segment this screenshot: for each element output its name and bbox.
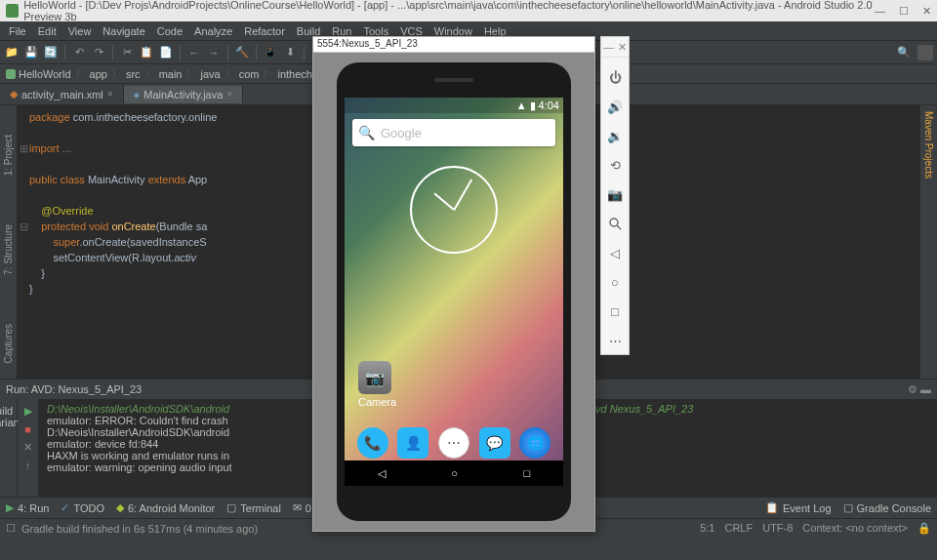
android-navbar: ◁ ○ □ [345,460,563,486]
search-icon: 🔍 [358,125,375,140]
run-toolbar: ▶ ■ ✕ ↑ [18,399,39,497]
bb-run[interactable]: ▶4: Run [6,501,49,514]
google-search-widget[interactable]: 🔍 Google [352,119,555,146]
phone-screen[interactable]: ▲ ▮ 4:04 🔍 Google 📷 Camera 📞 [345,98,563,486]
window-titlebar: HelloWorld - [D:\Dev Projs\AndroidProjec… [0,0,937,21]
google-logo: Google [381,126,422,140]
search-icon[interactable]: 🔍 [896,45,912,60]
clock-time: 4:04 [539,100,559,111]
close-panel-icon[interactable]: ✕ [23,441,32,454]
rerun-icon[interactable]: ▶ [24,405,32,418]
camera-icon[interactable]: 📷 [605,184,625,204]
analog-clock-widget[interactable] [410,166,498,254]
volume-up-icon[interactable]: 🔊 [605,97,625,116]
bb-gradle[interactable]: ▢Gradle Console [843,501,931,514]
redo-icon[interactable]: ↷ [91,45,106,60]
tab-close-icon[interactable]: × [107,89,113,100]
bb-terminal[interactable]: ▢Terminal [226,501,281,514]
bb-todo[interactable]: ✓TODO [61,501,104,514]
paste-icon[interactable]: 📄 [158,45,174,60]
tab-close-icon[interactable]: × [226,89,232,100]
menu-edit[interactable]: Edit [33,23,61,39]
emu-home-icon[interactable]: ○ [605,272,625,292]
browser-app-icon[interactable]: 🌐 [519,427,550,459]
svg-point-0 [610,219,618,226]
gear-icon[interactable]: ⚙ ▬ [908,383,931,396]
apps-drawer-icon[interactable]: ⋯ [438,427,469,459]
power-icon[interactable]: ⏻ [605,67,625,87]
up-icon[interactable]: ↑ [25,460,31,471]
menu-refactor[interactable]: Refactor [239,23,290,39]
save-icon[interactable]: 💾 [23,45,39,60]
emu-back-icon[interactable]: ◁ [605,243,625,262]
tool-project[interactable]: 1: Project [3,135,14,176]
sync-icon[interactable]: 🔄 [43,45,59,60]
tab-activity-main[interactable]: ◆activity_main.xml× [0,85,124,103]
messaging-app-icon[interactable]: 💬 [479,427,510,459]
recents-button[interactable]: □ [524,467,531,479]
tool-captures[interactable]: Captures [3,324,14,364]
bb-eventlog[interactable]: 📋Event Log [765,501,832,514]
svg-line-1 [617,225,621,229]
undo-icon[interactable]: ↶ [71,45,87,60]
emulator-toolbar: —✕ ⏻ 🔊 🔉 ⟲ 📷 ◁ ○ □ ⋯ [600,36,630,355]
left-tool-strip: 1: Project 7: Structure Captures [0,105,18,379]
emu-recents-icon[interactable]: □ [605,301,625,321]
android-statusbar: ▲ ▮ 4:04 [345,98,563,113]
dock: 📞 👤 ⋯ 💬 🌐 [345,427,563,459]
rotate-icon[interactable]: ⟲ [605,155,625,175]
left-tool-strip-2: Build Variants [0,399,18,497]
signal-icon: ▲ [516,100,527,111]
lock-icon: 🔒 [917,522,931,535]
open-icon[interactable]: 📁 [4,45,20,60]
minimize-icon[interactable]: — [875,5,885,18]
emulator-window[interactable]: 5554:Nexus_5_API_23 ▲ ▮ 4:04 🔍 Google [312,36,595,532]
bc-project: HelloWorld [6,68,71,80]
bb-android-monitor[interactable]: ◆6: Android Monitor [116,501,215,514]
app-logo-icon [6,4,19,18]
menu-navigate[interactable]: Navigate [98,23,149,39]
forward-icon[interactable]: → [206,45,222,60]
tool-structure[interactable]: 7: Structure [3,224,14,275]
make-icon[interactable]: 🔨 [234,45,250,60]
cut-icon[interactable]: ✂ [119,45,135,60]
menu-code[interactable]: Code [152,23,187,39]
right-tool-strip: Maven Projects [919,105,937,379]
avatar-icon[interactable] [917,45,933,60]
home-button[interactable]: ○ [451,467,458,479]
emu-close-icon[interactable]: ✕ [618,41,627,54]
close-icon[interactable]: ✕ [922,5,931,18]
avd-icon[interactable]: 📱 [263,45,278,60]
sdk-icon[interactable]: ⬇ [282,45,298,60]
phone-frame: ▲ ▮ 4:04 🔍 Google 📷 Camera 📞 [337,62,571,521]
battery-icon: ▮ [530,100,536,112]
camera-app-icon[interactable]: 📷 Camera [358,361,396,408]
bc-app: app [90,68,107,80]
emu-minimize-icon[interactable]: — [603,41,614,54]
copy-icon[interactable]: 📋 [139,45,154,60]
more-icon[interactable]: ⋯ [605,331,625,350]
tab-mainactivity[interactable]: ●MainActivity.java× [124,86,244,103]
menu-analyze[interactable]: Analyze [189,23,237,39]
back-button[interactable]: ◁ [378,467,386,480]
emulator-title: 5554:Nexus_5_API_23 [313,37,594,53]
stop-icon[interactable]: ■ [24,423,31,435]
back-icon[interactable]: ← [186,45,202,60]
volume-down-icon[interactable]: 🔉 [605,126,625,145]
window-title: HelloWorld - [D:\Dev Projs\AndroidProjec… [23,0,875,22]
cursor-position: 5:1 [700,522,714,535]
maximize-icon[interactable]: ☐ [899,5,909,18]
status-message: Gradle build finished in 6s 517ms (4 min… [21,523,258,535]
zoom-in-icon[interactable] [605,214,625,233]
contacts-app-icon[interactable]: 👤 [397,427,428,459]
menu-file[interactable]: File [4,23,31,39]
tool-maven[interactable]: Maven Projects [923,111,934,179]
menu-view[interactable]: View [63,23,97,39]
phone-app-icon[interactable]: 📞 [357,427,388,459]
